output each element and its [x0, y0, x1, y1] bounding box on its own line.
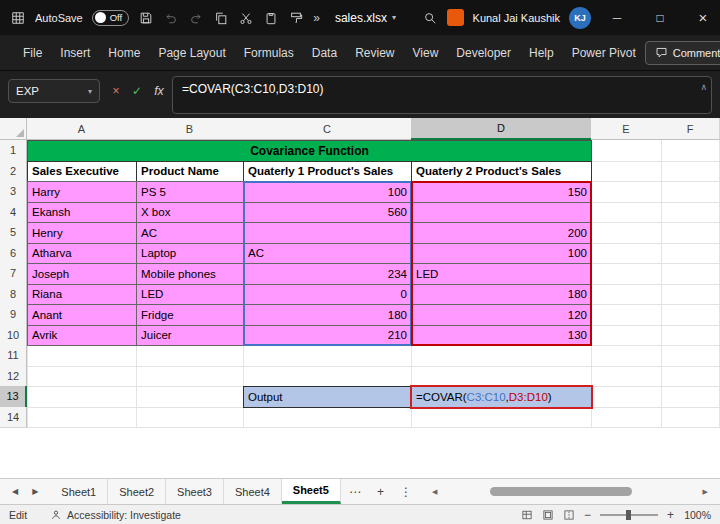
minimize-button[interactable]: ─	[600, 0, 634, 35]
cell-b2-header[interactable]: Product Name	[136, 161, 244, 183]
row-header-7[interactable]: 7	[0, 263, 27, 285]
row-header-13[interactable]: 13	[0, 386, 27, 408]
ribbon-tab-home[interactable]: Home	[99, 35, 149, 70]
page-layout-view-icon[interactable]	[542, 509, 554, 521]
cell[interactable]: LED	[411, 263, 592, 285]
cell[interactable]: 130	[411, 325, 592, 347]
ribbon-tab-help[interactable]: Help	[520, 35, 563, 70]
cell[interactable]: 180	[411, 284, 592, 306]
ribbon-tab-view[interactable]: View	[404, 35, 448, 70]
cell[interactable]: AC	[243, 243, 412, 265]
zoom-slider[interactable]	[600, 514, 658, 516]
sheet-tab-sheet2[interactable]: Sheet2	[108, 479, 166, 504]
column-header-b[interactable]: B	[136, 118, 244, 140]
more-sheets-icon[interactable]: ⋯	[341, 479, 369, 504]
column-header-f[interactable]: F	[661, 118, 720, 140]
row-header-5[interactable]: 5	[0, 222, 27, 244]
column-header-c[interactable]: C	[243, 118, 412, 140]
normal-view-icon[interactable]	[521, 509, 533, 521]
undo-icon[interactable]	[163, 10, 179, 26]
cell[interactable]: Mobile phones	[136, 263, 244, 285]
avatar[interactable]: KJ	[569, 7, 591, 29]
save-icon[interactable]	[138, 10, 154, 26]
enter-icon[interactable]: ✓	[127, 79, 147, 103]
paste-icon[interactable]	[263, 10, 279, 26]
ribbon-tab-data[interactable]: Data	[303, 35, 346, 70]
ribbon-tab-file[interactable]: File	[14, 35, 51, 70]
new-sheet-icon[interactable]: +	[369, 479, 392, 504]
zoom-out-icon[interactable]: −	[584, 508, 591, 522]
cell[interactable]: Henry	[27, 222, 137, 244]
horizontal-scrollbar[interactable]: ◀ ▶	[428, 483, 712, 500]
collapse-formula-bar-icon[interactable]: ∧	[700, 82, 707, 92]
zoom-level[interactable]: 100%	[683, 509, 711, 521]
cell[interactable]: 560	[243, 202, 412, 224]
cell[interactable]	[411, 202, 592, 224]
ribbon-tab-page-layout[interactable]: Page Layout	[149, 35, 234, 70]
cell[interactable]: 234	[243, 263, 412, 285]
cell[interactable]: AC	[136, 222, 244, 244]
row-header-12[interactable]: 12	[0, 366, 27, 388]
cell[interactable]: Juicer	[136, 325, 244, 347]
sheet-tab-sheet3[interactable]: Sheet3	[166, 479, 224, 504]
column-header-e[interactable]: E	[591, 118, 662, 140]
spreadsheet-grid[interactable]: Covariance Function Sales Executive Prod…	[0, 118, 720, 478]
ribbon-tab-formulas[interactable]: Formulas	[235, 35, 303, 70]
cell[interactable]: Laptop	[136, 243, 244, 265]
cell[interactable]: Riana	[27, 284, 137, 306]
cell-c2-header[interactable]: Quaterly 1 Product's Sales	[243, 161, 412, 183]
cell[interactable]: 150	[411, 181, 592, 203]
ribbon-tab-review[interactable]: Review	[346, 35, 403, 70]
row-header-6[interactable]: 6	[0, 243, 27, 265]
formula-input[interactable]: =COVAR(C3:C10,D3:D10)	[172, 76, 712, 114]
page-break-view-icon[interactable]	[563, 509, 575, 521]
ribbon-tab-insert[interactable]: Insert	[51, 35, 99, 70]
name-box[interactable]: EXP ▾	[8, 79, 100, 103]
app-icon[interactable]	[10, 10, 26, 26]
row-header-4[interactable]: 4	[0, 202, 27, 224]
zoom-in-icon[interactable]: +	[667, 508, 674, 522]
ribbon-tab-power-pivot[interactable]: Power Pivot	[563, 35, 645, 70]
row-header-8[interactable]: 8	[0, 284, 27, 306]
sheet-tab-sheet5[interactable]: Sheet5	[282, 479, 341, 504]
scrollbar-thumb[interactable]	[490, 487, 632, 496]
cell-a2-header[interactable]: Sales Executive	[27, 161, 137, 183]
qat-more-icon[interactable]: »	[313, 10, 320, 26]
row-header-2[interactable]: 2	[0, 161, 27, 183]
row-header-14[interactable]: 14	[0, 407, 27, 429]
cell[interactable]: 180	[243, 304, 412, 326]
cell[interactable]: 0	[243, 284, 412, 306]
redo-icon[interactable]	[188, 10, 204, 26]
format-painter-icon[interactable]	[288, 10, 304, 26]
column-header-d[interactable]: D	[411, 118, 592, 140]
sheet-tab-sheet4[interactable]: Sheet4	[224, 479, 282, 504]
cell-d2-header[interactable]: Quaterly 2 Product's Sales	[411, 161, 592, 183]
cell[interactable]: 210	[243, 325, 412, 347]
maximize-button[interactable]: □	[643, 0, 677, 35]
copy-icon[interactable]	[213, 10, 229, 26]
cell[interactable]: 120	[411, 304, 592, 326]
ribbon-tab-developer[interactable]: Developer	[447, 35, 520, 70]
sheet-tab-sheet1[interactable]: Sheet1	[50, 479, 108, 504]
cell-d13-active-formula[interactable]: =COVAR(C3:C10,D3:D10)	[410, 385, 593, 409]
cell[interactable]: Joseph	[27, 263, 137, 285]
cell[interactable]: Avrik	[27, 325, 137, 347]
account-name[interactable]: Kunal Jai Kaushik	[473, 12, 560, 24]
scroll-right-icon[interactable]: ▶	[703, 488, 708, 496]
sheet-options-icon[interactable]: ⋮	[392, 479, 420, 504]
cell[interactable]: Harry	[27, 181, 137, 203]
row-header-11[interactable]: 11	[0, 345, 27, 367]
row-header-1[interactable]: 1	[0, 140, 27, 162]
select-all-corner[interactable]	[0, 118, 27, 140]
document-title[interactable]: sales.xlsx ▾	[335, 11, 396, 25]
cell[interactable]: Fridge	[136, 304, 244, 326]
zoom-slider-thumb[interactable]	[626, 510, 631, 520]
autosave-toggle[interactable]: Off	[92, 10, 130, 26]
cell[interactable]: 100	[243, 181, 412, 203]
search-icon[interactable]	[422, 10, 438, 26]
cancel-icon[interactable]: ×	[106, 79, 126, 103]
scroll-left-icon[interactable]: ◀	[432, 488, 437, 496]
cell[interactable]: Anant	[27, 304, 137, 326]
insert-function-icon[interactable]: fx	[149, 79, 169, 103]
cell[interactable]: X box	[136, 202, 244, 224]
